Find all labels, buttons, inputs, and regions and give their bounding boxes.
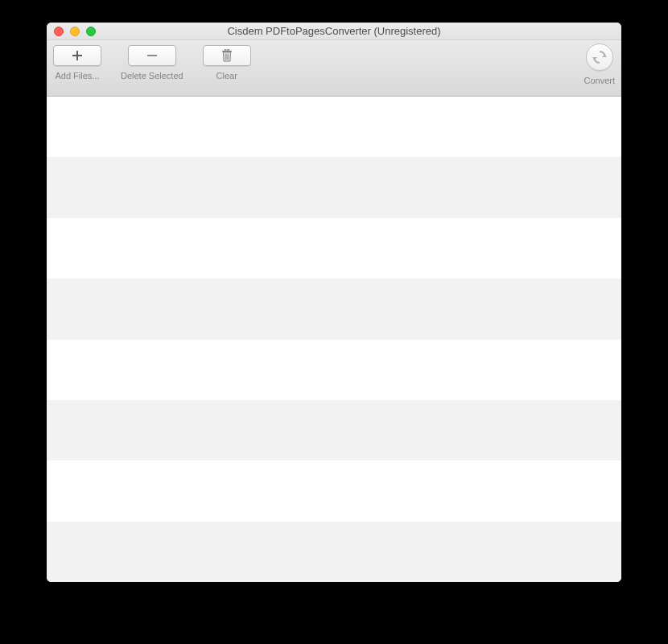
minus-icon <box>146 50 158 61</box>
list-row <box>47 400 621 460</box>
file-list[interactable] <box>47 97 621 582</box>
zoom-button[interactable] <box>86 27 96 36</box>
svg-rect-4 <box>222 51 232 52</box>
trash-icon <box>221 49 233 62</box>
list-row <box>47 97 621 157</box>
app-window: Cisdem PDFtoPagesConverter (Unregistered… <box>47 23 621 582</box>
traffic-lights <box>47 27 96 36</box>
svg-rect-3 <box>225 49 229 51</box>
window-title: Cisdem PDFtoPagesConverter (Unregistered… <box>47 25 621 37</box>
delete-selected-button[interactable] <box>128 45 176 66</box>
add-files-label: Add Files... <box>55 71 99 80</box>
svg-marker-9 <box>592 57 597 60</box>
close-button[interactable] <box>54 27 64 36</box>
convert-group: Convert <box>583 45 615 85</box>
list-row <box>47 218 621 279</box>
toolbar: Add Files... Delete Selected <box>47 40 621 97</box>
add-files-group: Add Files... <box>53 45 101 80</box>
delete-selected-label: Delete Selected <box>121 71 183 80</box>
list-row <box>47 460 621 521</box>
list-row <box>47 340 621 400</box>
clear-group: Clear <box>203 45 251 80</box>
svg-rect-2 <box>147 55 157 56</box>
convert-label: Convert <box>583 76 615 85</box>
refresh-icon <box>592 49 608 65</box>
plus-icon <box>72 50 83 61</box>
titlebar: Cisdem PDFtoPagesConverter (Unregistered… <box>47 23 621 40</box>
list-row <box>47 157 621 217</box>
list-row <box>47 279 621 339</box>
delete-selected-group: Delete Selected <box>121 45 183 80</box>
clear-button[interactable] <box>203 45 251 66</box>
convert-button[interactable] <box>586 43 613 71</box>
list-row <box>47 522 621 582</box>
svg-rect-1 <box>72 55 82 56</box>
clear-label: Clear <box>216 71 237 80</box>
svg-marker-8 <box>602 55 607 57</box>
add-files-button[interactable] <box>53 45 101 66</box>
minimize-button[interactable] <box>70 27 80 36</box>
